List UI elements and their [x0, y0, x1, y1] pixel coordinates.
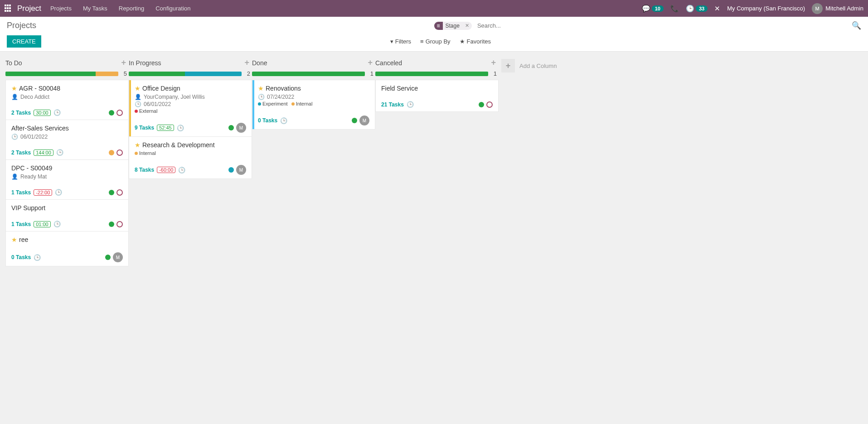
kanban-card[interactable]: ★ree 0 Tasks🕒M: [5, 231, 129, 266]
tasks-count[interactable]: 8 Tasks: [135, 167, 154, 173]
status-dot[interactable]: [109, 150, 114, 155]
groupby-button[interactable]: ≡Group By: [420, 38, 451, 45]
kanban-column: Canceled+ 1 Field Service 21 Tasks🕒: [375, 56, 499, 111]
column-add-icon[interactable]: +: [365, 58, 375, 67]
kanban-card[interactable]: Field Service 21 Tasks🕒: [375, 80, 499, 112]
kanban-card[interactable]: DPC - S00049 👤Ready Mat 1 Tasks-22:00🕒: [5, 159, 129, 200]
search-chip-stage[interactable]: ≡ Stage ✕: [434, 22, 472, 30]
kanban-card[interactable]: ★Research & Development Internal 8 Tasks…: [129, 136, 252, 179]
assignee-avatar[interactable]: M: [236, 165, 246, 175]
tasks-count[interactable]: 0 Tasks: [258, 117, 277, 124]
plus-icon[interactable]: +: [501, 59, 515, 72]
kanban-card[interactable]: ★Office Design 👤YourCompany, Joel Willis…: [129, 80, 252, 137]
person-icon: 👤: [11, 94, 18, 100]
tools-icon[interactable]: ✕: [714, 5, 720, 13]
clock-icon[interactable]: 🕒: [55, 189, 62, 196]
person-icon: 👤: [135, 94, 141, 100]
company-selector[interactable]: My Company (San Francisco): [727, 5, 805, 12]
clock-icon[interactable]: 🕒: [177, 125, 184, 131]
priority-ring[interactable]: [116, 110, 123, 116]
status-dot[interactable]: [228, 167, 234, 173]
status-dot[interactable]: [105, 255, 111, 260]
priority-ring[interactable]: [116, 189, 123, 196]
priority-ring[interactable]: [116, 149, 123, 156]
time-badge: 144:00: [34, 149, 53, 156]
kanban-card[interactable]: ★AGR - S00048 👤Deco Addict 2 Tasks30:00🕒: [5, 80, 129, 120]
menu-reporting[interactable]: Reporting: [119, 5, 144, 12]
clock-icon[interactable]: 🕒: [280, 117, 287, 124]
column-title[interactable]: Done: [252, 59, 365, 67]
messages-badge: 10: [652, 5, 664, 12]
clock-icon[interactable]: 🕒: [53, 221, 61, 227]
kanban-card[interactable]: ★Renovations 🕒07/24/2022ExperimentIntern…: [252, 80, 375, 130]
status-dot[interactable]: [228, 125, 234, 130]
clock-icon[interactable]: 🕒: [53, 109, 61, 116]
assignee-avatar[interactable]: M: [113, 252, 123, 262]
column-count: 1: [369, 70, 375, 77]
card-tag: Internal: [291, 101, 313, 106]
column-progress: [5, 72, 118, 76]
tasks-count[interactable]: 9 Tasks: [135, 125, 154, 131]
chip-remove-icon[interactable]: ✕: [462, 22, 472, 29]
status-dot[interactable]: [109, 222, 114, 227]
star-icon[interactable]: ★: [135, 85, 141, 92]
user-menu[interactable]: MMitchell Admin: [812, 3, 863, 14]
filter-icon: ▾: [390, 38, 393, 45]
add-column[interactable]: +Add a Column: [499, 56, 622, 75]
star-icon[interactable]: ★: [11, 236, 17, 243]
kanban-card[interactable]: After-Sales Services 🕒06/01/2022 2 Tasks…: [5, 120, 129, 160]
card-person: Ready Mat: [20, 173, 47, 180]
time-badge: 01:00: [34, 221, 51, 227]
brand-title[interactable]: Project: [17, 4, 41, 13]
star-icon: ★: [460, 38, 465, 45]
star-icon[interactable]: ★: [11, 85, 17, 92]
column-add-icon[interactable]: +: [118, 58, 129, 67]
filters-button[interactable]: ▾Filters: [390, 38, 411, 45]
priority-ring[interactable]: [486, 101, 493, 108]
column-add-icon[interactable]: +: [488, 58, 499, 67]
column-title[interactable]: In Progress: [129, 59, 242, 67]
tasks-count[interactable]: 2 Tasks: [11, 149, 31, 156]
tasks-count[interactable]: 1 Tasks: [11, 189, 31, 196]
assignee-avatar[interactable]: M: [236, 123, 246, 133]
tasks-count[interactable]: 2 Tasks: [11, 110, 31, 116]
priority-ring[interactable]: [116, 221, 123, 227]
activity-button[interactable]: 🕒33: [686, 5, 708, 13]
menu-projects[interactable]: Projects: [50, 5, 72, 12]
assignee-avatar[interactable]: M: [359, 116, 369, 125]
column-title[interactable]: Canceled: [375, 59, 488, 67]
clock-icon[interactable]: 🕒: [56, 149, 63, 156]
favorites-button[interactable]: ★Favorites: [460, 38, 491, 45]
clock-icon[interactable]: 🕒: [407, 101, 414, 108]
search-input[interactable]: [475, 20, 848, 31]
clock-icon[interactable]: 🕒: [178, 167, 185, 173]
group-icon: ≡: [420, 38, 424, 45]
menu-configuration[interactable]: Configuration: [155, 5, 190, 12]
tasks-count[interactable]: 1 Tasks: [11, 221, 31, 227]
status-dot[interactable]: [109, 190, 114, 195]
column-add-icon[interactable]: +: [242, 58, 252, 67]
card-tag: External: [135, 108, 157, 114]
page-title: Projects: [7, 21, 36, 30]
star-icon[interactable]: ★: [258, 85, 264, 92]
menu-my-tasks[interactable]: My Tasks: [83, 5, 107, 12]
tasks-count[interactable]: 0 Tasks: [11, 254, 31, 260]
phone-icon[interactable]: 📞: [670, 5, 679, 13]
card-title: Research & Development: [142, 141, 215, 149]
card-title: AGR - S00048: [19, 85, 60, 92]
search-icon[interactable]: 🔍: [852, 21, 861, 30]
messages-button[interactable]: 💬10: [642, 5, 664, 13]
card-tag: Internal: [135, 150, 156, 156]
card-title: After-Sales Services: [11, 125, 69, 132]
star-icon[interactable]: ★: [135, 141, 141, 149]
kanban-card[interactable]: VIP Support 1 Tasks01:00🕒: [5, 199, 129, 231]
clock-icon[interactable]: 🕒: [34, 254, 41, 261]
status-dot[interactable]: [109, 110, 114, 116]
column-title[interactable]: To Do: [5, 59, 118, 67]
create-button[interactable]: Create: [7, 35, 41, 48]
status-dot[interactable]: [479, 102, 484, 107]
card-date: 06/01/2022: [144, 101, 171, 107]
apps-icon[interactable]: [5, 5, 13, 13]
status-dot[interactable]: [352, 118, 357, 123]
tasks-count[interactable]: 21 Tasks: [381, 101, 404, 108]
